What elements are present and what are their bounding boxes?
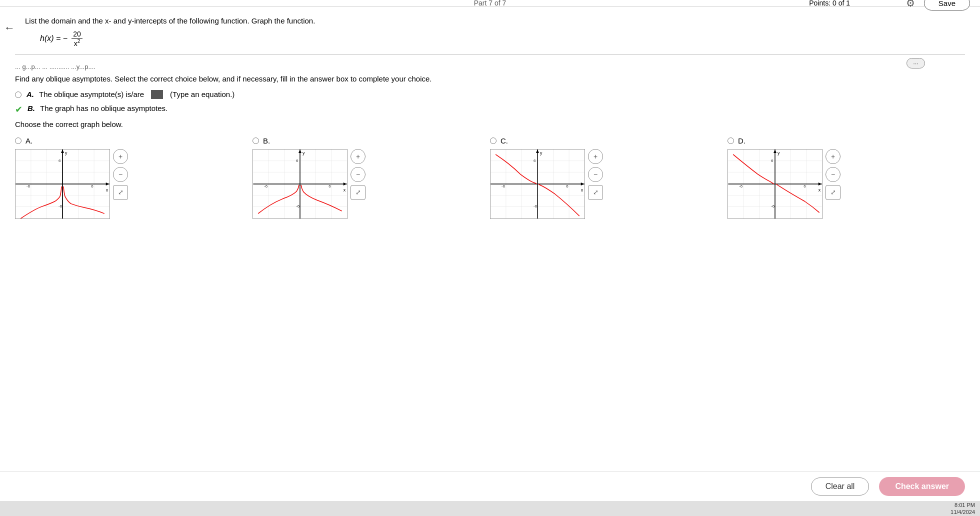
question-header: List the domain and the x- and y-interce… — [25, 16, 965, 25]
graph-b-container: x y 6 -6 -6 6 + − ⤢ — [252, 149, 366, 219]
graph-option-d: D. — [728, 136, 965, 219]
bottom-bar: Clear all Check answer — [0, 471, 980, 501]
function-display: h(x) = − 20 x2 — [40, 30, 965, 48]
choose-graph-label: Choose the correct graph below. — [15, 120, 965, 128]
svg-text:6: 6 — [804, 184, 806, 188]
clear-all-button[interactable]: Clear all — [811, 478, 870, 496]
expand-d[interactable]: ⤢ — [826, 185, 840, 200]
zoom-in-d[interactable]: + — [826, 149, 840, 164]
svg-text:-6: -6 — [739, 184, 743, 188]
svg-text:-6: -6 — [26, 184, 30, 188]
svg-marker-53 — [581, 182, 584, 186]
svg-text:6: 6 — [534, 158, 536, 162]
svg-text:6: 6 — [566, 184, 568, 188]
svg-text:y: y — [540, 150, 542, 156]
see-more-button[interactable]: ··· — [906, 58, 925, 68]
svg-text:6: 6 — [328, 184, 331, 188]
svg-marker-54 — [536, 150, 539, 153]
svg-marker-33 — [344, 182, 347, 186]
graph-d-label: D. — [738, 136, 746, 145]
top-bar: Part 7 of 7 Points: 0 of 1 ⚙ Save — [0, 0, 980, 6]
option-b-row: ✔ B. The graph has no oblique asymptotes… — [15, 104, 965, 115]
zoom-in-b[interactable]: + — [350, 149, 366, 164]
taskbar-time: 8:01 PM 11/4/2024 — [950, 502, 975, 516]
svg-marker-34 — [298, 150, 302, 153]
graph-a-header: A. — [15, 136, 32, 145]
zoom-in-a[interactable]: + — [113, 149, 128, 164]
graph-b-header: B. — [252, 136, 270, 145]
svg-text:x: x — [106, 187, 108, 192]
graph-option-c: C. — [490, 136, 728, 219]
svg-text:-6: -6 — [58, 204, 62, 208]
zoom-in-c[interactable]: + — [588, 149, 603, 164]
graph-b-controls: + − ⤢ — [350, 149, 366, 200]
expand-c[interactable]: ⤢ — [588, 185, 603, 200]
graph-d-container: x y 6 -6 -6 6 + − ⤢ — [728, 149, 840, 219]
zoom-out-b[interactable]: − — [350, 167, 366, 182]
graph-a-label: A. — [26, 136, 32, 145]
graph-c-container: x y 6 -6 -6 6 + − ⤢ — [490, 149, 603, 219]
option-b-label: B. — [28, 104, 35, 112]
svg-text:6: 6 — [296, 158, 298, 162]
function-fraction: 20 x2 — [72, 30, 82, 48]
svg-text:y: y — [302, 150, 305, 156]
graph-c-box: x y 6 -6 -6 6 — [490, 149, 585, 219]
oblique-section-text: Find any oblique asymptotes. Select the … — [15, 74, 965, 83]
fraction-numerator: 20 — [72, 30, 82, 38]
graph-a-controls: + − ⤢ — [113, 149, 128, 200]
divider — [15, 54, 965, 55]
graph-d-header: D. — [728, 136, 746, 145]
svg-text:-6: -6 — [502, 184, 506, 188]
svg-text:6: 6 — [91, 184, 94, 188]
svg-text:-6: -6 — [534, 204, 538, 208]
zoom-out-d[interactable]: − — [826, 167, 840, 182]
svg-marker-74 — [774, 150, 776, 153]
svg-text:-6: -6 — [296, 204, 300, 208]
graph-d-radio[interactable] — [728, 138, 734, 144]
zoom-out-c[interactable]: − — [588, 167, 603, 182]
svg-text:x: x — [818, 187, 821, 192]
option-a-text: The oblique asymptote(s) is/are — [39, 90, 144, 98]
fill-box[interactable] — [151, 90, 163, 99]
graph-a-radio[interactable] — [15, 138, 22, 144]
graph-b-box: x y 6 -6 -6 6 — [252, 149, 348, 219]
option-a-suffix: (Type an equation.) — [170, 90, 234, 98]
svg-text:-6: -6 — [771, 204, 775, 208]
zoom-out-a[interactable]: − — [113, 167, 128, 182]
graph-c-radio[interactable] — [490, 138, 496, 144]
fraction-denominator: x2 — [72, 38, 82, 48]
expand-b[interactable]: ⤢ — [350, 185, 366, 200]
graph-option-b: B. — [252, 136, 490, 219]
part-label: Part 7 of 7 — [474, 0, 506, 7]
graph-a-box: x y 6 -6 -6 6 — [15, 149, 110, 219]
graph-b-radio[interactable] — [252, 138, 259, 144]
option-a-radio[interactable] — [15, 92, 22, 98]
main-content: ← List the domain and the x- and y-inter… — [0, 6, 980, 219]
checkmark-icon: ✔ — [15, 104, 22, 115]
graph-d-box: x y 6 -6 -6 6 — [728, 149, 822, 219]
svg-text:6: 6 — [58, 158, 61, 162]
graph-c-controls: + − ⤢ — [588, 149, 603, 200]
svg-text:-6: -6 — [264, 184, 268, 188]
expand-a[interactable]: ⤢ — [113, 185, 128, 200]
svg-text:y: y — [778, 150, 780, 156]
svg-text:6: 6 — [771, 158, 774, 162]
svg-text:x: x — [344, 187, 346, 192]
points-label: Points: 0 of 1 — [809, 0, 850, 7]
svg-marker-12 — [106, 182, 110, 186]
graph-b-label: B. — [263, 136, 270, 145]
graph-c-label: C. — [500, 136, 508, 145]
graph-options-row: A. — [15, 136, 965, 219]
check-answer-button[interactable]: Check answer — [879, 477, 965, 496]
option-a-label: A. — [26, 90, 34, 98]
option-a-row: A. The oblique asymptote(s) is/are (Type… — [15, 90, 965, 99]
function-name: h(x) = − — [40, 34, 68, 43]
option-b-text: The graph has no oblique asymptotes. — [40, 104, 168, 112]
graph-d-controls: + − ⤢ — [826, 149, 840, 200]
svg-text:x: x — [581, 187, 584, 192]
taskbar: 8:01 PM 11/4/2024 — [0, 501, 980, 516]
scrolled-text: ... g...p... ... ........... ...y...p...… — [15, 63, 96, 70]
svg-marker-73 — [818, 182, 822, 186]
back-arrow-button[interactable]: ← — [4, 22, 15, 34]
graph-option-a: A. — [15, 136, 252, 219]
